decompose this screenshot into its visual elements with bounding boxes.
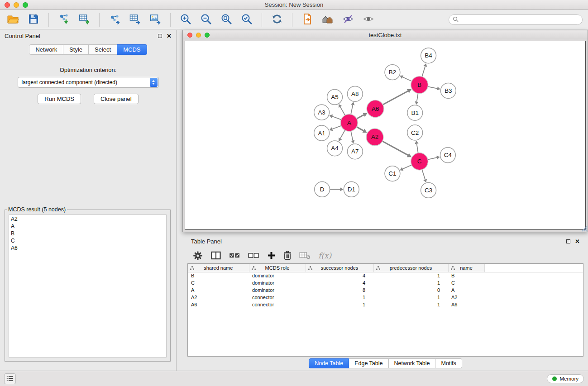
export-table-button[interactable] — [127, 12, 143, 28]
add-column-button[interactable] — [267, 251, 276, 260]
tab-mcds[interactable]: MCDS — [117, 44, 147, 55]
network-node-A3[interactable]: A3 — [314, 105, 330, 120]
network-node-A2[interactable]: A2 — [366, 129, 383, 146]
network-window-titlebar[interactable]: testGlobe.txt — [183, 30, 588, 40]
resize-grip-icon[interactable] — [582, 226, 588, 232]
float-table-panel-icon[interactable] — [566, 239, 570, 243]
network-node-B[interactable]: B — [411, 76, 428, 94]
float-panel-icon[interactable] — [158, 34, 162, 38]
export-network-button[interactable] — [107, 12, 122, 28]
network-node-C2[interactable]: C2 — [407, 125, 423, 140]
search-box[interactable] — [449, 14, 583, 25]
function-builder-button[interactable]: f(x) — [318, 251, 331, 260]
table-row[interactable]: A2connector11A2 — [188, 294, 583, 301]
network-node-A4[interactable]: A4 — [327, 141, 343, 156]
list-icon — [6, 376, 14, 381]
delete-column-button[interactable] — [283, 251, 292, 260]
run-mcds-button[interactable]: Run MCDS — [38, 94, 81, 104]
houses-icon — [321, 14, 334, 26]
network-node-B2[interactable]: B2 — [385, 65, 400, 80]
mcds-result-item[interactable]: B — [11, 230, 164, 237]
show-details-button[interactable] — [340, 12, 356, 28]
table-cell: B — [448, 272, 484, 279]
network-node-D1[interactable]: D1 — [344, 182, 359, 197]
zoom-out-button[interactable] — [198, 12, 214, 28]
main-toolbar — [0, 10, 588, 29]
export-document-button[interactable] — [300, 12, 315, 28]
column-header-name[interactable]: name — [448, 264, 484, 272]
table-cell-filler — [484, 286, 583, 294]
save-session-button[interactable] — [26, 12, 41, 28]
close-panel-button[interactable]: Close panel — [94, 94, 139, 104]
toggle-visibility-button[interactable] — [361, 12, 376, 28]
status-bar: Memory — [0, 371, 588, 386]
overview-button[interactable] — [320, 12, 335, 28]
mcds-result-item[interactable]: A6 — [11, 244, 164, 252]
zoom-selected-button[interactable] — [239, 12, 254, 28]
zoom-fit-button[interactable] — [219, 12, 234, 28]
tab-network-table[interactable]: Network Table — [389, 358, 436, 368]
network-node-A5[interactable]: A5 — [327, 89, 343, 105]
table-cell: connector — [249, 301, 306, 308]
table-cell: A — [448, 286, 484, 294]
apply-layout-button[interactable] — [269, 12, 285, 28]
network-node-D[interactable]: D — [315, 182, 330, 197]
network-node-A7[interactable]: A7 — [347, 144, 363, 159]
task-history-button[interactable] — [4, 373, 16, 384]
mcds-result-item[interactable]: C — [11, 237, 164, 244]
svg-text:B: B — [417, 81, 421, 88]
close-table-panel-icon[interactable]: ✕ — [575, 238, 580, 244]
tab-node-table[interactable]: Node Table — [309, 358, 349, 368]
mcds-result-item[interactable]: A — [11, 223, 164, 230]
column-header-shared-name[interactable]: shared name — [188, 264, 249, 272]
svg-text:A7: A7 — [351, 148, 359, 155]
node-table-container[interactable]: shared nameMCDS rolesuccessor nodesprede… — [187, 263, 583, 357]
deselect-all-button[interactable] — [248, 252, 259, 259]
memory-button[interactable]: Memory — [547, 374, 584, 383]
tab-style[interactable]: Style — [63, 44, 89, 55]
network-node-A[interactable]: A — [340, 114, 358, 131]
close-panel-icon[interactable]: ✕ — [167, 33, 172, 39]
criterion-dropdown[interactable]: largest connected component (directed) — [18, 77, 159, 88]
network-node-C1[interactable]: C1 — [385, 166, 400, 181]
search-input[interactable] — [461, 17, 578, 23]
zoom-in-button[interactable] — [178, 12, 193, 28]
table-row[interactable]: Adominator80A — [188, 286, 583, 294]
import-network-button[interactable] — [56, 12, 72, 28]
network-node-B3[interactable]: B3 — [440, 83, 456, 99]
export-image-button[interactable] — [148, 12, 163, 28]
table-cell: C — [188, 279, 249, 286]
network-node-A8[interactable]: A8 — [347, 86, 363, 102]
network-canvas-area[interactable]: B4B2BB3A5A8A6A3B1AA1C2A2A4A7C4CC1C3DD1 — [185, 41, 586, 230]
network-node-A6[interactable]: A6 — [367, 100, 384, 117]
network-node-C3[interactable]: C3 — [421, 182, 436, 198]
column-header-successor-nodes[interactable]: successor nodes — [306, 264, 373, 272]
tab-select[interactable]: Select — [89, 44, 117, 55]
show-columns-button[interactable] — [210, 251, 221, 260]
select-all-button[interactable] — [229, 252, 240, 259]
mcds-result-item[interactable]: A2 — [11, 215, 164, 223]
tab-motifs[interactable]: Motifs — [435, 358, 462, 368]
delete-table-button[interactable] — [299, 251, 311, 260]
network-node-B1[interactable]: B1 — [407, 105, 423, 120]
tab-network[interactable]: Network — [29, 44, 63, 55]
network-node-C[interactable]: C — [411, 153, 428, 170]
table-row[interactable]: Cdominator41C — [188, 279, 583, 286]
window-titlebar[interactable]: Session: New Session — [0, 0, 588, 10]
open-session-button[interactable] — [5, 12, 21, 28]
control-panel: Control Panel ✕ NetworkStyleSelectMCDS O… — [0, 30, 177, 371]
network-node-C4[interactable]: C4 — [440, 148, 455, 163]
table-row[interactable]: Bdominator41B — [188, 272, 583, 279]
network-node-A1[interactable]: A1 — [314, 125, 330, 141]
mcds-result-list[interactable]: A2ABCA6 — [9, 214, 167, 357]
svg-text:A2: A2 — [371, 133, 378, 140]
workspace: testGlobe.txt B4B2BB3A5A8A6A3B1AA1C2A2A4… — [177, 30, 588, 371]
network-node-B4[interactable]: B4 — [421, 48, 436, 63]
import-table-button[interactable] — [76, 12, 92, 28]
column-header-MCDS-role[interactable]: MCDS role — [249, 264, 306, 272]
tab-edge-table[interactable]: Edge Table — [349, 358, 388, 368]
table-row[interactable]: A6connector11A6 — [188, 301, 583, 308]
table-settings-button[interactable] — [193, 251, 203, 261]
table-tabs: Node TableEdge TableNetwork TableMotifs — [186, 357, 584, 370]
column-header-predecessor-nodes[interactable]: predecessor nodes — [373, 264, 448, 272]
